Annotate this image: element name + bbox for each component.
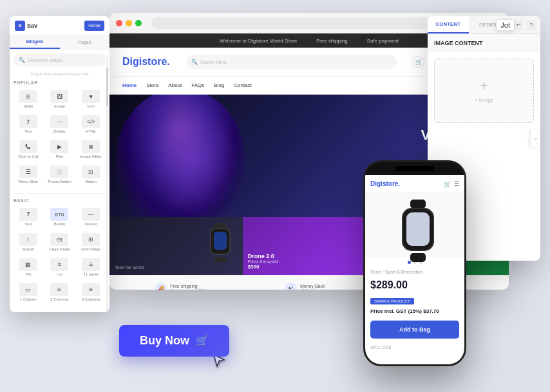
widget-basic-text[interactable]: T Text (14, 205, 43, 229)
product-card-watch[interactable]: Take the world (109, 217, 243, 275)
widget-11panel[interactable]: ☰ 11 panel (76, 256, 106, 279)
basic-button-icon: BTN (50, 208, 68, 221)
ctc-icon: 📞 (19, 140, 37, 153)
editor-scrollbar[interactable] (106, 55, 108, 311)
tab-content[interactable]: CONTENT (428, 16, 469, 33)
widget-imgslider[interactable]: ▦ Image Slider (76, 138, 106, 161)
phone-badge-container: SAMPLE PRODUCT (365, 294, 464, 306)
panel-expand-arrow[interactable]: › (531, 129, 540, 147)
product-drone-tagline: Films the world (248, 259, 278, 264)
widget-slider[interactable]: ⊞ Slider (14, 88, 43, 111)
editor-scrollbar-thumb[interactable] (106, 68, 108, 106)
image-upload-area[interactable]: + + Image (434, 59, 534, 123)
divider-icon: — (50, 115, 68, 128)
shipping-label: Free shipping (170, 284, 206, 288)
tile-label: Tile (25, 272, 31, 276)
panel-section-title: IMAGE CONTENT (428, 34, 540, 52)
phone-menu-icon: ☰ (454, 181, 459, 187)
nav-faqs[interactable]: FAQs (191, 82, 204, 88)
buy-now-button[interactable]: Buy Now 🛒 (119, 325, 229, 357)
product-drone-name: Drone 2.0 (248, 253, 278, 259)
image-icon: 🖼 (50, 90, 68, 103)
sav-logo-icon: S (15, 21, 25, 31)
play-icon: ▶ (50, 140, 68, 153)
upload-plus-icon: + (480, 79, 488, 93)
menuslide-icon: ☰ (19, 165, 37, 178)
3col-icon: ⊞ (82, 283, 100, 296)
product-drone-price: $300 (248, 264, 278, 270)
panel-undo-btn[interactable]: ↩ (513, 20, 524, 30)
nav-store[interactable]: Store (146, 82, 158, 88)
widget-promo[interactable]: ⬜ Promo Button (45, 163, 75, 186)
widget-2col[interactable]: ⊟ 2 Columns (45, 281, 75, 304)
widget-basic-divider[interactable]: — Divider (76, 205, 106, 229)
site-search[interactable]: 🔍 Search Store (186, 55, 397, 69)
editor-hint: Drag & drop widgets into your site (10, 70, 109, 78)
editor-search[interactable]: 🔍 Search for widget (14, 53, 106, 66)
widget-large-img[interactable]: 🗃 Large Image (45, 230, 75, 254)
widget-spacer[interactable]: ↕ Spacer (14, 230, 43, 254)
menuslide-label: Menu Slide (19, 180, 38, 183)
widget-grid-img[interactable]: ⊞ Grid Image (76, 230, 106, 254)
editor-header-actions: Home (84, 21, 104, 31)
11panel-label: 11 panel (84, 272, 99, 276)
site-logo: Digistore. (122, 56, 170, 68)
phone-cart-icon: 🛒 (444, 181, 451, 187)
widget-basic-button[interactable]: BTN Button (45, 205, 75, 229)
phone-screen: Digistore. 🛒 ☰ (365, 175, 464, 364)
widget-image[interactable]: 🖼 Image (45, 88, 75, 111)
large-img-icon: 🗃 (50, 233, 68, 246)
nav-contact[interactable]: Contact (234, 82, 252, 88)
nav-about[interactable]: About (168, 82, 182, 88)
phone-site-header: Digistore. 🛒 ☰ (365, 175, 464, 193)
phone-notch-bar (395, 166, 434, 171)
footer-money-back: ↩ Money Back 100% refund guaranteed (285, 283, 343, 290)
section-title-basic: Basic (14, 198, 106, 203)
browser-close[interactable] (116, 20, 122, 26)
svg-rect-0 (214, 223, 227, 229)
widget-divider[interactable]: — Divider (45, 113, 75, 136)
editor-search-placeholder: Search for widget (28, 58, 62, 62)
icon-icon: ♥ (82, 90, 100, 103)
widget-menuslide[interactable]: ☰ Menu Slide (14, 163, 43, 186)
grid-img-label: Grid Image (81, 247, 100, 251)
basic-text-icon: T (19, 208, 37, 221)
tab-pages[interactable]: Pages (60, 35, 110, 49)
phone-product-image (365, 193, 464, 257)
site-logo-text: Digistore. (122, 56, 170, 67)
browser-minimize[interactable] (126, 20, 132, 26)
scene: Welcome to Digistore World Store Free sh… (0, 0, 550, 392)
product-card-drone[interactable]: Drone 2.0 Films the world $300 (243, 217, 376, 275)
widget-section-basic: Basic T Text BTN Button — Divider ↕ Spac… (10, 196, 109, 309)
phone-watch (392, 196, 437, 254)
widget-list[interactable]: ≡ List (45, 256, 75, 279)
widget-button[interactable]: ⊡ Button (76, 163, 106, 186)
buy-now-label: Buy Now (140, 334, 189, 348)
cart-icon[interactable]: 🛒 (413, 56, 424, 68)
widget-html[interactable]: </> HTML (76, 113, 106, 136)
product-info-watch: Take the world (115, 265, 144, 270)
1col-label: 1 Column (20, 297, 37, 301)
phone-add-btn[interactable]: Add to Bag (370, 321, 459, 339)
nav-home[interactable]: Home (122, 82, 137, 88)
divider-label: Divider (53, 129, 66, 133)
widget-play[interactable]: ▶ Play (45, 138, 75, 161)
editor-home-btn[interactable]: Home (84, 21, 104, 31)
basic-text-label: Text (24, 222, 32, 226)
phone-logo-text: Digistore. (370, 180, 400, 187)
html-label: HTML (86, 129, 96, 133)
panel-question-btn[interactable]: ? (526, 20, 536, 30)
search-placeholder: Search Store (200, 60, 227, 64)
spacer-icon: ↕ (19, 233, 37, 246)
jot-tooltip: Jot (496, 19, 515, 31)
widget-3col[interactable]: ⊞ 3 Columns (76, 281, 106, 304)
browser-maximize[interactable] (135, 20, 142, 26)
shipping-sub: For orders over $100 (170, 288, 206, 290)
widget-1col[interactable]: ▭ 1 Column (14, 281, 43, 304)
nav-blog[interactable]: Blog (214, 82, 224, 88)
widget-text[interactable]: T Text (14, 113, 43, 136)
widget-ctc[interactable]: 📞 Click to Call (14, 138, 43, 161)
widget-icon[interactable]: ♥ Icon (76, 88, 106, 111)
widget-tile[interactable]: ▦ Tile (14, 256, 43, 279)
tab-widgets[interactable]: Widgets (10, 35, 60, 49)
